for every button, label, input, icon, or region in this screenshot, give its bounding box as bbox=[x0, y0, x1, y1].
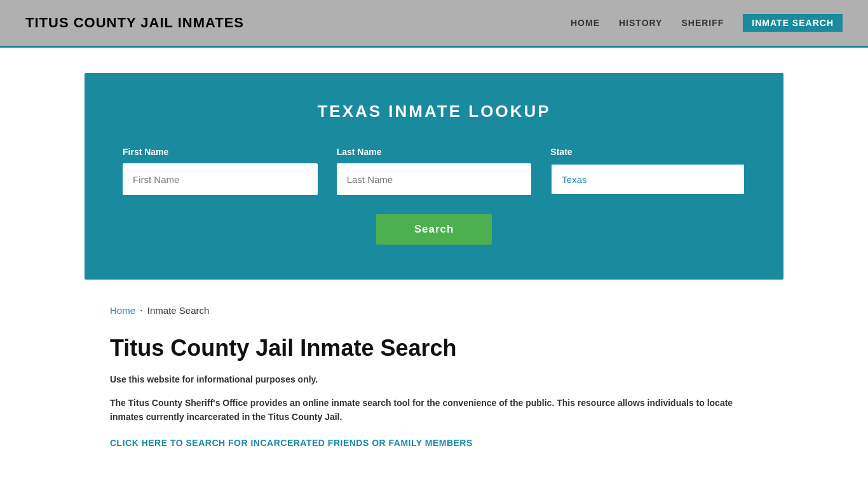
first-name-group: First Name bbox=[123, 147, 318, 195]
last-name-group: Last Name bbox=[337, 147, 532, 195]
state-group: State bbox=[550, 147, 745, 195]
first-name-label: First Name bbox=[123, 147, 318, 157]
last-name-input[interactable] bbox=[337, 163, 532, 195]
content-disclaimer: Use this website for informational purpo… bbox=[110, 374, 758, 384]
inmate-search-link[interactable]: CLICK HERE to Search for Incarcerated Fr… bbox=[110, 438, 473, 448]
breadcrumb-home-link[interactable]: Home bbox=[110, 305, 135, 316]
state-input[interactable] bbox=[550, 163, 745, 195]
state-label: State bbox=[550, 147, 745, 157]
site-header: TITUS COUNTY JAIL INMATES HOME HISTORY S… bbox=[0, 0, 868, 48]
breadcrumb-separator: • bbox=[140, 308, 142, 313]
main-content: Titus County Jail Inmate Search Use this… bbox=[85, 335, 783, 474]
first-name-input[interactable] bbox=[123, 163, 318, 195]
search-button[interactable]: Search bbox=[376, 214, 492, 245]
nav-inmate-search[interactable]: INMATE SEARCH bbox=[743, 14, 843, 32]
main-nav: HOME HISTORY SHERIFF INMATE SEARCH bbox=[571, 14, 843, 32]
last-name-label: Last Name bbox=[337, 147, 532, 157]
breadcrumb-current: Inmate Search bbox=[147, 305, 210, 316]
nav-history[interactable]: HISTORY bbox=[619, 18, 662, 28]
search-button-wrapper: Search bbox=[123, 214, 745, 245]
search-hero-title: TEXAS INMATE LOOKUP bbox=[123, 102, 745, 121]
search-hero-section: TEXAS INMATE LOOKUP First Name Last Name… bbox=[85, 73, 783, 280]
breadcrumb: Home • Inmate Search bbox=[85, 305, 783, 316]
content-body: The Titus County Sheriff's Office provid… bbox=[110, 396, 758, 424]
page-title: Titus County Jail Inmate Search bbox=[110, 335, 758, 362]
site-title: TITUS COUNTY JAIL INMATES bbox=[25, 15, 244, 31]
nav-sheriff[interactable]: SHERIFF bbox=[681, 18, 724, 28]
search-form-row: First Name Last Name State bbox=[123, 147, 745, 195]
nav-home[interactable]: HOME bbox=[571, 18, 600, 28]
